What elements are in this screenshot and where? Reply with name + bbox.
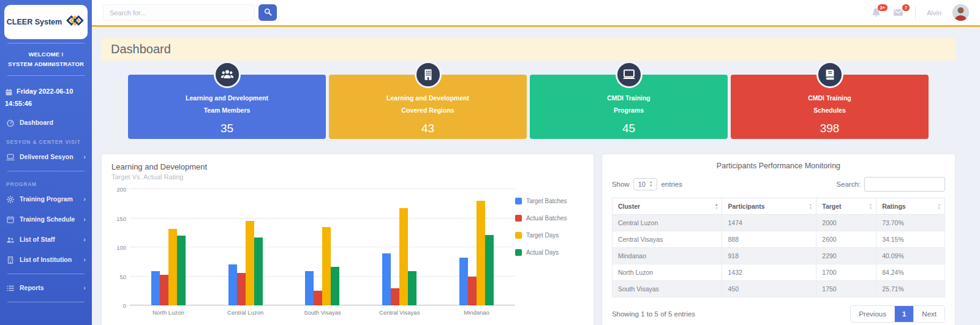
sort-icon: ▲▼: [715, 203, 718, 210]
sidebar-item-reports[interactable]: Reports›: [0, 278, 92, 298]
datetime-display: Friday 2022-06-10 14:55:46: [0, 80, 92, 113]
stat-card-programs: CMDI TrainingPrograms45: [530, 75, 728, 139]
y-tick-label: 200: [116, 186, 126, 193]
table-cell: 25.71%: [876, 281, 945, 297]
pagination-previous-button[interactable]: Previous: [851, 306, 894, 322]
page-banner: Dashboard: [101, 38, 956, 61]
table-cell: 918: [722, 248, 816, 264]
notifications-badge: 3+: [878, 4, 888, 12]
entries-select[interactable]: 10 ▲▼: [633, 178, 658, 190]
stat-card-value: 43: [329, 122, 527, 135]
legend-swatch: [515, 249, 522, 256]
table-cell: South Visayas: [612, 281, 722, 297]
chart-bar: [382, 253, 391, 305]
pagination: Previous 1 Next: [850, 305, 945, 323]
bar-group-mindanao: [438, 189, 515, 305]
pagination-next-button[interactable]: Next: [913, 306, 944, 322]
column-header-participants[interactable]: Participants▲▼: [722, 198, 816, 215]
stat-card-subtitle: Covered Regions: [329, 106, 527, 114]
sidebar-nav: DashboardSESYON & CENTER VISITDelivered …: [0, 113, 92, 302]
table-row: South Visayas450175025.71%: [612, 281, 944, 297]
participants-table: Cluster▲▼Participants▲▼Target▲▼Ratings▲▼…: [612, 198, 945, 297]
messages-badge: 7: [902, 4, 910, 12]
table-search-label: Search:: [836, 181, 861, 188]
chevron-right-icon: ›: [83, 256, 86, 263]
user-name[interactable]: Alvin: [927, 9, 941, 17]
main-content: Dashboard Learning and DevelopmentTeam M…: [92, 29, 980, 325]
search-form: [103, 4, 277, 21]
gear-icon: [6, 195, 15, 203]
sidebar-item-training-schedule[interactable]: Training Schedule›: [0, 209, 92, 230]
book-icon: [816, 61, 843, 88]
table-row: Central Visayas888260034.15%: [612, 231, 944, 248]
sort-icon: ▲▼: [869, 203, 872, 210]
sidebar-item-label: List of Staff: [20, 236, 55, 243]
sidebar-item-dashboard[interactable]: Dashboard: [0, 113, 92, 133]
chart-bar: [314, 291, 322, 305]
users-group-icon: [214, 61, 241, 88]
calendar-icon: [5, 88, 13, 96]
divider: [7, 75, 85, 76]
search-icon: [264, 8, 272, 18]
chart-bar: [305, 271, 314, 305]
sidebar-item-label: Training Schedule: [20, 215, 75, 223]
chart-bar: [399, 208, 408, 305]
sidebar-item-list-of-staff[interactable]: List of Staff›: [0, 230, 92, 250]
table-cell: 1474: [722, 215, 816, 231]
laptop-icon: [616, 61, 643, 88]
column-header-cluster[interactable]: Cluster▲▼: [612, 198, 722, 215]
chevron-right-icon: ›: [83, 153, 86, 160]
y-tick-label: 50: [119, 273, 126, 280]
legend-label: Actual Batches: [526, 215, 567, 222]
bar-groups: [130, 189, 515, 305]
notifications-bell[interactable]: 3+: [871, 7, 882, 18]
users-icon: [6, 236, 15, 244]
pagination-page-1-button[interactable]: 1: [894, 306, 913, 322]
stat-card-value: 35: [128, 122, 326, 135]
sidebar-item-label: Training Program: [20, 195, 73, 203]
building-icon: [6, 256, 15, 264]
table-card: Participants Performance Monitoring Show…: [601, 154, 956, 325]
sidebar-item-delivered-sesyon[interactable]: Delivered Sesyon›: [0, 147, 92, 167]
x-tick-label: North Luzon: [130, 309, 207, 316]
legend-swatch: [515, 198, 522, 204]
stat-card-subtitle: Programs: [530, 106, 728, 114]
envelope-icon: [893, 9, 903, 20]
chart-bar: [168, 229, 177, 305]
entries-label: entries: [661, 181, 682, 188]
x-axis-labels: North LuzonCentral LuzonSouth VisayasCen…: [130, 309, 515, 316]
select-stepper-icon: ▲▼: [649, 181, 652, 188]
table-cell: North Luzon: [612, 264, 722, 281]
divider: [7, 43, 85, 43]
messages-envelope[interactable]: 7: [893, 7, 904, 18]
stat-card-title: CMDI Training: [731, 94, 929, 102]
divider: [7, 274, 85, 274]
legend-swatch: [515, 215, 522, 222]
sidebar-item-list-of-institution[interactable]: List of Institution›: [0, 250, 92, 270]
column-header-target[interactable]: Target▲▼: [816, 198, 876, 215]
table-row: Mindanao918229040.09%: [612, 248, 944, 264]
table-cell: 888: [722, 231, 816, 248]
brand-text: CLEER System: [7, 18, 62, 26]
table-search-input[interactable]: [864, 177, 945, 192]
table-header-row: Cluster▲▼Participants▲▼Target▲▼Ratings▲▼: [612, 198, 944, 215]
user-avatar[interactable]: [952, 4, 969, 21]
chart-bar: [246, 221, 254, 305]
chevron-right-icon: ›: [83, 195, 86, 203]
column-header-ratings[interactable]: Ratings▲▼: [876, 198, 945, 215]
bar-group-central-luzon: [207, 189, 284, 305]
search-input[interactable]: [103, 4, 255, 21]
sidebar-item-training-program[interactable]: Training Program›: [0, 189, 92, 209]
chart-bar: [322, 227, 331, 305]
table-cell: 2000: [816, 215, 876, 231]
topbar: 3+ 7 Alvin: [92, 0, 980, 27]
chart-bar: [228, 264, 237, 305]
stat-card-title: CMDI Training: [530, 94, 728, 102]
table-row: Central Luzon1474200073.70%: [612, 215, 944, 231]
show-label: Show: [612, 181, 630, 188]
nav-section-heading: PROGRAM: [0, 175, 92, 189]
table-cell: Central Luzon: [612, 215, 722, 231]
search-button[interactable]: [258, 4, 277, 21]
sort-icon: ▲▼: [938, 203, 941, 210]
brand-logo[interactable]: CLEER System: [4, 5, 88, 39]
